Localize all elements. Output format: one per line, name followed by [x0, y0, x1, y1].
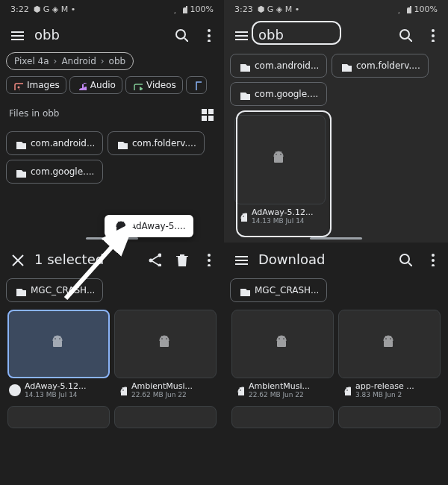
more-button[interactable] — [423, 250, 441, 268]
file-meta: 22.62 MB Jun 22 — [131, 391, 193, 398]
breadcrumb-2[interactable]: obb — [109, 56, 126, 66]
folder-item[interactable]: com.google.... — [6, 160, 103, 184]
search-button[interactable] — [172, 25, 190, 43]
file-thumbnail[interactable] — [234, 115, 326, 204]
status-time: 3:22 — [10, 4, 29, 14]
more-button[interactable] — [199, 25, 217, 43]
gesture-bar — [86, 237, 138, 240]
file-meta: 14.13 MB Jul 14 — [252, 217, 313, 225]
battery-text: 100% — [414, 4, 438, 14]
more-button[interactable] — [423, 25, 441, 43]
status-bar: 3:23 ⬢ G ◈ M • 100% — [224, 0, 448, 18]
file-name: AmbientMusi... — [131, 381, 193, 391]
status-bar: 3:22 ⬢ G ◈ M • 100% — [0, 0, 224, 18]
check-icon — [9, 384, 21, 396]
file-card-partial[interactable] — [338, 406, 441, 428]
gesture-bar — [310, 237, 362, 240]
file-meta: 3.83 MB Jun 2 — [355, 391, 414, 398]
breadcrumb-root[interactable]: Pixel 4a — [14, 56, 49, 66]
delete-button[interactable] — [172, 250, 190, 268]
chip-images[interactable]: Images — [6, 76, 66, 94]
android-icon — [116, 384, 128, 396]
selection-count: 1 selected — [34, 251, 136, 267]
more-button[interactable] — [199, 250, 217, 268]
screen-obb-drag: 3:22 ⬢ G ◈ M • 100% obb Pixel 4a › Andro… — [0, 0, 224, 242]
screen-selected: 1 selected MGC_CRASH... AdAway-5.12... 1… — [0, 242, 224, 485]
file-card[interactable]: AdAway-5.12... 14.13 MB Jul 14 — [7, 310, 110, 401]
android-icon — [233, 384, 245, 396]
battery-text: 100% — [190, 4, 214, 14]
breadcrumb[interactable]: Pixel 4a › Android › obb — [6, 52, 134, 70]
section-title: Files in obb — [9, 108, 59, 119]
search-text[interactable]: obb — [258, 27, 387, 43]
folder-item[interactable]: com.google.... — [230, 82, 327, 106]
status-app-icons: ⬢ G ◈ M • — [258, 4, 300, 14]
file-card-partial[interactable] — [231, 406, 334, 428]
breadcrumb-1[interactable]: Android — [61, 56, 96, 66]
status-time: 3:23 — [234, 4, 253, 14]
chip-audio[interactable]: Audio — [69, 76, 122, 94]
search-text[interactable]: obb — [34, 27, 163, 43]
status-app-icons: ⬢ G ◈ M • — [34, 4, 76, 14]
chip-videos[interactable]: Videos — [125, 76, 183, 94]
file-name: AmbientMusi... — [249, 381, 310, 391]
file-name: AdAway-5.12... — [25, 381, 86, 391]
share-button[interactable] — [145, 250, 163, 268]
view-toggle-button[interactable] — [197, 104, 215, 122]
filter-chips: Images Audio Videos — [0, 72, 224, 98]
file-card-partial[interactable] — [114, 406, 217, 428]
file-card[interactable]: AmbientMusi... 22.62 MB Jun 22 — [114, 310, 217, 401]
menu-button[interactable] — [231, 25, 249, 43]
file-card-partial[interactable] — [7, 406, 110, 428]
chevron-right-icon: › — [101, 56, 105, 66]
battery-icon — [402, 4, 411, 13]
page-title: Download — [258, 251, 387, 267]
android-icon — [236, 210, 248, 222]
file-name: app-release ... — [355, 381, 414, 391]
battery-icon — [178, 4, 187, 13]
folder-item[interactable]: com.android... — [230, 54, 327, 78]
file-card[interactable]: AmbientMusi... 22.62 MB Jun 22 — [231, 310, 334, 401]
file-thumbnail[interactable] — [7, 310, 110, 378]
signal-icon — [391, 4, 399, 13]
screen-obb-dropped: 3:23 ⬢ G ◈ M • 100% obb com.android... c… — [224, 0, 448, 242]
screen-download: Download MGC_CRASH... AmbientMusi... 22.… — [224, 242, 448, 485]
folder-item[interactable]: MGC_CRASH... — [6, 278, 103, 302]
file-thumbnail[interactable] — [231, 310, 334, 378]
folder-item[interactable]: MGC_CRASH... — [230, 278, 327, 302]
search-button[interactable] — [396, 250, 414, 268]
close-button[interactable] — [7, 250, 25, 268]
search-button[interactable] — [396, 25, 414, 43]
drag-preview: AdAway-5.... — [105, 215, 193, 237]
folder-item[interactable]: com.android... — [6, 131, 103, 155]
file-name: AdAway-5.12... — [252, 207, 313, 217]
file-thumbnail[interactable] — [114, 310, 217, 378]
signal-icon — [167, 4, 175, 13]
file-meta: 14.13 MB Jul 14 — [25, 391, 86, 398]
folder-item[interactable]: com.folderv.... — [332, 54, 429, 78]
chip-documents[interactable] — [186, 76, 207, 94]
android-icon — [340, 384, 352, 396]
menu-button[interactable] — [7, 25, 25, 43]
chevron-right-icon: › — [54, 56, 57, 66]
folder-item[interactable]: com.folderv.... — [108, 131, 205, 155]
file-card[interactable]: app-release ... 3.83 MB Jun 2 — [338, 310, 441, 401]
file-thumbnail[interactable] — [338, 310, 441, 378]
menu-button[interactable] — [231, 250, 249, 268]
file-meta: 22.62 MB Jun 22 — [249, 391, 310, 398]
